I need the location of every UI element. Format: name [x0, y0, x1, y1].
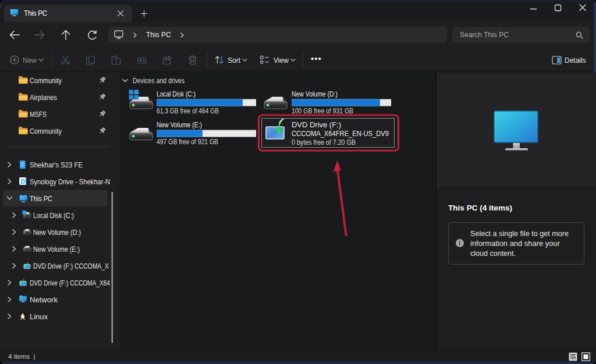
- svg-text:Synology Drive - Shekhar-N: Synology Drive - Shekhar-N: [30, 178, 110, 186]
- svg-text:Devices and drives: Devices and drives: [133, 77, 185, 85]
- svg-text:DVD Drive (F:) CCCOMA_X: DVD Drive (F:) CCCOMA_X: [33, 262, 109, 270]
- svg-text:This PC: This PC: [30, 195, 52, 203]
- svg-text:New Volume (E:): New Volume (E:): [157, 121, 202, 129]
- svg-text:DVD Drive (F:) CCCOMA_X64: DVD Drive (F:) CCCOMA_X64: [30, 279, 110, 287]
- svg-text:Local Disk (C:): Local Disk (C:): [157, 90, 196, 98]
- svg-text:100 GB free of 931 GB: 100 GB free of 931 GB: [292, 107, 353, 115]
- svg-text:497 GB free of 921 GB: 497 GB free of 921 GB: [157, 138, 218, 146]
- svg-text:New Volume (D:): New Volume (D:): [292, 90, 338, 98]
- svg-text:New Volume (D:): New Volume (D:): [33, 229, 81, 237]
- svg-text:Network: Network: [30, 296, 58, 304]
- svg-text:MSFS: MSFS: [30, 110, 47, 119]
- svg-text:Airplanes: Airplanes: [30, 94, 57, 102]
- svg-text:information and share your: information and share your: [470, 240, 560, 248]
- svg-text:CCCOMA_X64FRE_EN-US_DV9: CCCOMA_X64FRE_EN-US_DV9: [292, 130, 389, 138]
- svg-text:D: D: [21, 179, 25, 185]
- svg-text:i: i: [459, 240, 460, 247]
- svg-text:Select a single file to get mo: Select a single file to get more: [470, 230, 569, 238]
- svg-text:DVD Drive (F:): DVD Drive (F:): [292, 121, 341, 129]
- svg-text:61.3 GB free of 464 GB: 61.3 GB free of 464 GB: [157, 107, 219, 115]
- svg-text:This PC (4 items): This PC (4 items): [448, 204, 512, 212]
- svg-text:0 bytes free of 7.20 GB: 0 bytes free of 7.20 GB: [292, 138, 356, 147]
- svg-text:Community: Community: [30, 127, 62, 135]
- svg-text:Linux: Linux: [30, 313, 48, 321]
- svg-text:New Volume (E:): New Volume (E:): [33, 245, 80, 254]
- svg-text:Local Disk (C:): Local Disk (C:): [33, 212, 74, 220]
- svg-text:Shekhar's S23 FE: Shekhar's S23 FE: [30, 161, 83, 169]
- svg-text:cloud content.: cloud content.: [470, 249, 516, 258]
- svg-text:Community: Community: [30, 77, 62, 85]
